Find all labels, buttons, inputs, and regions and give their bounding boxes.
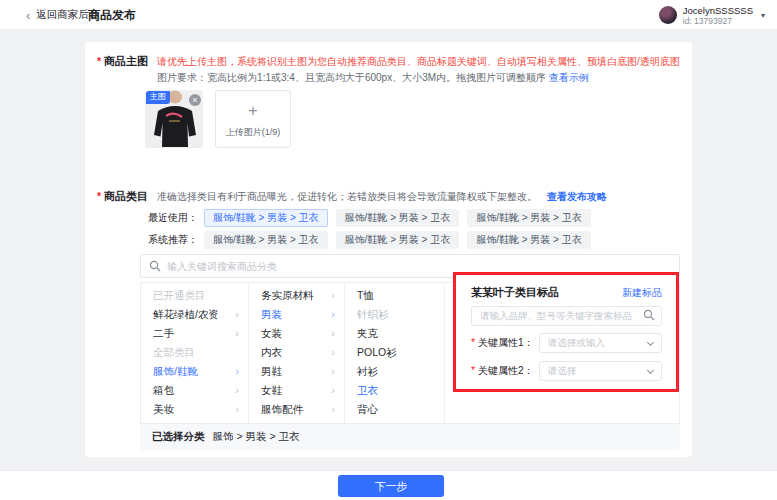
chevron-right-icon: ›: [331, 343, 335, 362]
avatar: [659, 6, 677, 24]
category-item[interactable]: 男鞋›: [249, 362, 344, 381]
footer-bar: 下一步: [0, 470, 777, 500]
user-id: id: 13793927: [683, 16, 753, 26]
chevron-right-icon: ›: [331, 419, 335, 423]
recent-chip-1[interactable]: 服饰/鞋靴 > 男装 > 卫衣: [204, 209, 328, 227]
search-icon: [643, 309, 655, 321]
cascader-column-3: T恤 针织衫 夹克 POLO衫 衬衫 卫衣 背心 毛衣: [345, 283, 445, 423]
category-item[interactable]: 鲜花绿植/农资›: [141, 305, 248, 324]
category-item[interactable]: 女装›: [249, 324, 344, 343]
category-item[interactable]: 内衣›: [249, 343, 344, 362]
recent-chip-2[interactable]: 服饰/鞋靴 > 男装 > 卫衣: [336, 209, 460, 227]
category-item[interactable]: 女鞋›: [249, 381, 344, 400]
category-section-header: *商品类目 准确选择类目有利于商品曝光，促进转化；若错放类目将会导致流量降权或下…: [97, 188, 607, 205]
category-item[interactable]: 背心: [345, 400, 444, 419]
key-attribute-1-placeholder: 请选择或输入: [548, 337, 605, 350]
chevron-right-icon: ›: [331, 286, 335, 305]
page-title: 商品发布: [88, 0, 136, 30]
required-mark: *: [97, 190, 101, 202]
caret-down-icon: ▾: [761, 11, 765, 20]
recent-chip-3[interactable]: 服饰/鞋靴 > 男装 > 卫衣: [467, 209, 591, 227]
search-icon: [149, 260, 161, 272]
recent-used-row: 最近使用： 服饰/鞋靴 > 男装 > 卫衣 服饰/鞋靴 > 男装 > 卫衣 服饰…: [148, 209, 599, 227]
remove-image-button[interactable]: ×: [189, 94, 201, 106]
category-item[interactable]: 衬衫: [345, 362, 444, 381]
category-item[interactable]: 毛衣: [345, 419, 444, 423]
system-recommend-row: 系统推荐： 服饰/鞋靴 > 男装 > 卫衣 服饰/鞋靴 > 男装 > 卫衣 服饰…: [148, 231, 599, 249]
standard-product-search: [471, 305, 662, 325]
create-standard-product-link[interactable]: 新建标品: [622, 286, 662, 300]
main-image-label: 商品主图: [104, 55, 148, 67]
view-example-link[interactable]: 查看示例: [549, 72, 589, 83]
category-item[interactable]: 针织衫: [345, 305, 444, 324]
main-image-thumbnail[interactable]: 主图 ×: [145, 90, 203, 148]
chevron-down-icon: [647, 367, 654, 374]
category-item[interactable]: 珠宝配饰›: [249, 419, 344, 423]
chevron-right-icon: ›: [235, 305, 239, 324]
main-image-section-header: *商品主图 请优先上传主图，系统将识别主图为您自动推荐商品类目、商品标题关键词、…: [97, 54, 680, 86]
chevron-right-icon: ›: [331, 324, 335, 343]
chevron-right-icon: ›: [331, 305, 335, 324]
key-attribute-2-select[interactable]: 请选择: [539, 361, 662, 381]
key-attribute-1-select[interactable]: 请选择或输入: [539, 333, 662, 353]
required-mark: *: [471, 336, 475, 348]
category-tip: 准确选择类目有利于商品曝光，促进转化；若错放类目将会导致流量降权或下架整改。: [157, 188, 537, 205]
selected-category-bar: 已选择分类 服饰 > 男装 > 卫衣: [140, 424, 680, 450]
recommend-chip-2[interactable]: 服饰/鞋靴 > 男装 > 卫衣: [336, 231, 460, 249]
key-attribute-2-label: 关键属性2：: [478, 365, 534, 376]
required-mark: *: [471, 364, 475, 376]
category-item[interactable]: T恤: [345, 286, 444, 305]
recommend-chip-1[interactable]: 服饰/鞋靴 > 男装 > 卫衣: [204, 231, 328, 249]
chevron-right-icon: ›: [235, 400, 239, 419]
main-image-tip: 请优先上传主图，系统将识别主图为您自动推荐商品类目、商品标题关键词、自动填写相关…: [157, 54, 680, 69]
category-item[interactable]: POLO衫: [345, 343, 444, 362]
chevron-right-icon: ›: [331, 400, 335, 419]
recommend-chip-3[interactable]: 服饰/鞋靴 > 男装 > 卫衣: [467, 231, 591, 249]
category-item[interactable]: 美妆›: [141, 400, 248, 419]
chevron-right-icon: ›: [235, 324, 239, 343]
category-item-selected[interactable]: 卫衣: [345, 381, 444, 400]
main-image-badge: 主图: [146, 91, 170, 104]
category-item[interactable]: 务实原材料›: [249, 286, 344, 305]
upload-image-button[interactable]: + 上传图片(1/9): [215, 90, 291, 148]
standard-product-title: 某某叶子类目标品: [471, 285, 559, 300]
top-bar: ‹ 返回商家后台 商品发布 JocelynSSSSSS id: 13793927…: [0, 0, 777, 30]
plus-icon: +: [216, 103, 290, 119]
category-item[interactable]: 夹克: [345, 324, 444, 343]
chevron-right-icon: ›: [331, 362, 335, 381]
chevron-right-icon: ›: [235, 381, 239, 400]
standard-product-panel: 某某叶子类目标品 新建标品 *关键属性1： 请选择或输入 *关键属性2： 请选择: [453, 272, 679, 392]
product-publish-page: ‹ 返回商家后台 商品发布 JocelynSSSSSS id: 13793927…: [0, 0, 777, 500]
recent-used-label: 最近使用：: [148, 211, 204, 225]
user-name: JocelynSSSSSS: [683, 5, 753, 16]
publish-guide-link[interactable]: 查看发布攻略: [547, 190, 607, 204]
next-step-button[interactable]: 下一步: [338, 475, 444, 497]
standard-product-search-input[interactable]: [471, 306, 662, 326]
selected-category-label: 已选择分类: [152, 430, 205, 444]
category-item[interactable]: 箱包›: [141, 381, 248, 400]
category-item[interactable]: 服饰配件›: [249, 400, 344, 419]
category-item[interactable]: 二手›: [141, 324, 248, 343]
chevron-right-icon: ›: [331, 381, 335, 400]
key-attribute-2-placeholder: 请选择: [548, 365, 577, 378]
close-icon: ×: [192, 95, 197, 105]
category-item-selected[interactable]: 服饰/鞋靴›: [141, 362, 248, 381]
user-menu[interactable]: JocelynSSSSSS id: 13793927 ▾: [659, 0, 765, 30]
cascader-column-1: 已开通类目 鲜花绿植/农资› 二手› 全部类目 服饰/鞋靴› 箱包› 美妆›: [141, 283, 249, 423]
image-requirement-text: 图片要求：宽高比例为1:1或3:4、且宽高均大于600px、大小3M内。拖拽图片…: [157, 72, 546, 83]
back-chevron-icon: ‹: [26, 9, 30, 22]
key-attribute-1-row: *关键属性1： 请选择或输入: [471, 333, 662, 353]
category-group-label: 已开通类目: [141, 286, 248, 305]
selected-category-path: 服饰 > 男装 > 卫衣: [213, 430, 300, 444]
category-item-selected[interactable]: 男装›: [249, 305, 344, 324]
chevron-right-icon: ›: [235, 362, 239, 381]
form-card: *商品主图 请优先上传主图，系统将识别主图为您自动推荐商品类目、商品标题关键词、…: [85, 42, 692, 457]
chevron-down-icon: [647, 339, 654, 346]
key-attribute-2-row: *关键属性2： 请选择: [471, 361, 662, 381]
system-recommend-label: 系统推荐：: [148, 233, 204, 247]
category-group-label: 全部类目: [141, 343, 248, 362]
category-label: 商品类目: [104, 190, 148, 202]
upload-count-label: 上传图片(1/9): [216, 126, 290, 139]
key-attribute-1-label: 关键属性1：: [478, 337, 534, 348]
cascader-column-2: 务实原材料› 男装› 女装› 内衣› 男鞋› 女鞋› 服饰配件› 珠宝配饰›: [249, 283, 345, 423]
